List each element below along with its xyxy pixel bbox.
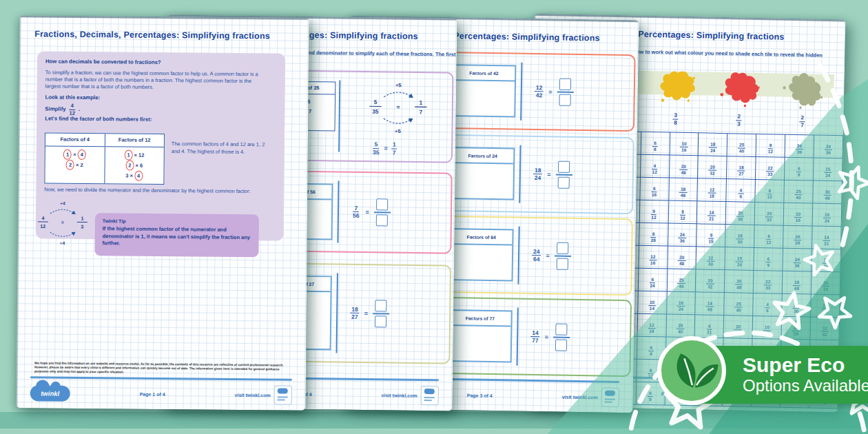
answer-box bbox=[376, 198, 388, 210]
svg-text:=: = bbox=[396, 104, 400, 110]
svg-text:=: = bbox=[61, 220, 64, 225]
paint-splat-icon bbox=[719, 68, 760, 109]
fraction-tile: 1421 bbox=[697, 201, 727, 225]
visit-link: visit twinkl.com bbox=[235, 392, 271, 397]
svg-text:1: 1 bbox=[420, 100, 423, 106]
fraction: 68 bbox=[652, 141, 658, 152]
answer-boxes bbox=[373, 300, 389, 327]
fraction: 912 bbox=[650, 209, 658, 220]
fraction: 2048 bbox=[679, 164, 688, 175]
worksheet-page-1: Fractions, Decimals, Percentages: Simpli… bbox=[17, 15, 309, 411]
fraction-tile: 2048 bbox=[668, 246, 697, 269]
factor-pair: 2 × 6 bbox=[105, 160, 164, 171]
fraction: 2464 bbox=[532, 249, 541, 262]
fraction: 1218 bbox=[708, 187, 716, 198]
factor-table-header: Factors of 12 bbox=[104, 134, 164, 147]
fraction-tile: 1848 bbox=[668, 178, 698, 201]
answer-boxes bbox=[553, 324, 570, 351]
svg-text:3: 3 bbox=[81, 224, 83, 229]
divide-note: Now, we need to divide the numerator and… bbox=[44, 187, 271, 196]
factor-table-header: Factors of 64 bbox=[449, 229, 513, 244]
fraction: 17 bbox=[391, 141, 397, 155]
factor-table-column: 1 × 122 × 63 × 4 bbox=[104, 147, 164, 184]
factor-table-body: 1 × 42 × 21 × 122 × 63 × 4 bbox=[45, 147, 163, 184]
factor-table-header: Factors of 42 bbox=[452, 65, 515, 80]
fraction: 1014 bbox=[648, 300, 657, 311]
fraction: 2436 bbox=[679, 232, 687, 243]
svg-text:35: 35 bbox=[372, 109, 379, 115]
find-factors-label: Let's find the factor of both numbers fi… bbox=[45, 116, 276, 125]
divider-line bbox=[337, 180, 339, 242]
answer-box bbox=[555, 324, 567, 335]
factor-pair: 2 × 2 bbox=[45, 160, 105, 171]
worked-example-diagram: ÷5 5 35 = 1 7 ÷5 bbox=[362, 81, 434, 135]
twinkl-badge-icon bbox=[421, 386, 439, 405]
fraction-tile: 1216 bbox=[639, 245, 668, 269]
fraction: 812 bbox=[679, 209, 687, 220]
intro-paragraph: To simplify a fraction, we can use the h… bbox=[45, 69, 265, 92]
answer-boxes bbox=[374, 198, 391, 226]
divider-line bbox=[520, 63, 522, 121]
fraction-tile: 68 bbox=[641, 132, 670, 155]
circled-factor: 2 bbox=[66, 160, 74, 170]
fraction-bar bbox=[556, 174, 572, 176]
answer-box bbox=[557, 242, 568, 254]
page-number: Page 3 of 4 bbox=[467, 393, 493, 398]
visit-link: visit twinkl.com bbox=[382, 393, 417, 398]
fraction-tile: 412 bbox=[640, 154, 670, 178]
fraction: 27 bbox=[799, 115, 805, 128]
eco-leaf-icon bbox=[657, 336, 726, 405]
svg-text:7: 7 bbox=[419, 110, 422, 116]
eco-banner-line2: Options Available bbox=[743, 376, 868, 395]
fraction-tile: 616 bbox=[640, 177, 670, 200]
answer-box bbox=[559, 94, 571, 105]
factor-table-header: Factors of 24 bbox=[451, 148, 514, 163]
fraction-tile: 2540 bbox=[727, 134, 756, 157]
page-title: Fractions, Decimals, Percentages: Simpli… bbox=[34, 29, 309, 41]
fraction: 46 bbox=[738, 188, 743, 199]
divider-line bbox=[517, 227, 519, 285]
factor-pair: 3 × 4 bbox=[105, 170, 164, 181]
problem-equation: 756= bbox=[351, 198, 391, 226]
answer-box bbox=[558, 161, 570, 173]
footer-divider bbox=[30, 376, 292, 380]
fraction-tile: 1218 bbox=[697, 178, 727, 202]
answer-box bbox=[559, 79, 571, 90]
factor-pair: 1 × 4 bbox=[45, 149, 105, 161]
fraction: 1242 bbox=[535, 85, 544, 99]
fraction-tile: 812 bbox=[668, 200, 698, 224]
fraction-tile: 812 bbox=[756, 134, 785, 157]
equals-sign: = bbox=[546, 252, 549, 259]
equals-sign: = bbox=[545, 333, 548, 340]
tip-text: If the highest common factor of the nume… bbox=[103, 226, 251, 248]
answer-boxes bbox=[555, 161, 572, 189]
equals-sign: = bbox=[384, 145, 388, 152]
key-fraction: 23 bbox=[736, 108, 742, 127]
fraction: 1848 bbox=[679, 187, 688, 198]
paint-splat-icon bbox=[783, 70, 823, 110]
svg-text:÷4: ÷4 bbox=[60, 200, 65, 205]
answer-boxes bbox=[554, 242, 571, 270]
fraction-tile: 912 bbox=[639, 200, 669, 223]
fraction-tile: 46 bbox=[726, 179, 756, 203]
twinkl-tip-box: Twinkl Tip If the highest common factor … bbox=[94, 213, 259, 257]
answer-box bbox=[557, 258, 568, 269]
twinkl-logo: twinkl bbox=[30, 385, 70, 402]
disclaimer-text: We hope you find the information on our … bbox=[34, 361, 291, 375]
fraction-tile: 1827 bbox=[727, 156, 756, 180]
fraction-tile: 2032 bbox=[698, 156, 727, 179]
circled-factor: 1 bbox=[124, 150, 132, 161]
worked-answer: 535=17 bbox=[371, 141, 397, 155]
svg-text:12: 12 bbox=[40, 224, 45, 229]
problem-equation: 2464= bbox=[532, 242, 571, 270]
divider-line bbox=[519, 145, 521, 203]
super-eco-banner: Super Eco Options Available bbox=[689, 346, 868, 404]
key-fraction: 38 bbox=[672, 107, 679, 126]
fraction: 1477 bbox=[530, 330, 540, 344]
problem-equation: 1477= bbox=[530, 323, 570, 351]
factor-table-header: Factors of 77 bbox=[448, 311, 511, 325]
circled-factor: 1 bbox=[63, 149, 72, 160]
problem-equation: 1824= bbox=[533, 161, 572, 189]
divider-line bbox=[517, 308, 519, 366]
fraction-bar bbox=[557, 92, 574, 93]
